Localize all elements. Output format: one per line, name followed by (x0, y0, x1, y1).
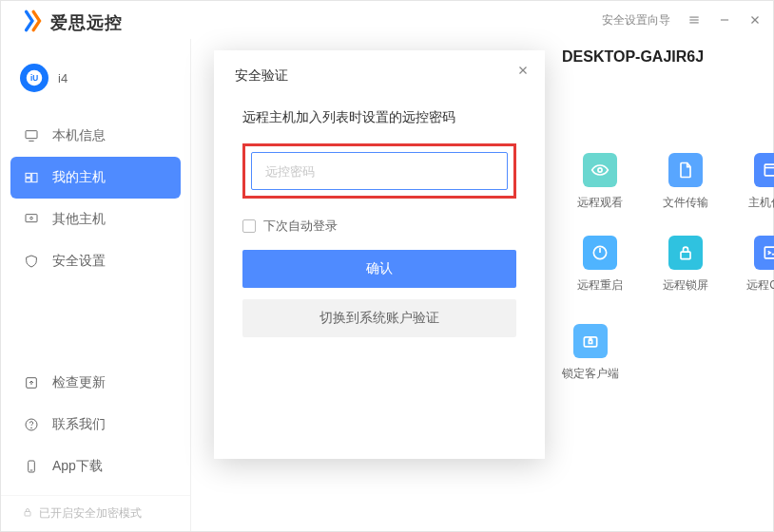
svg-rect-13 (26, 215, 37, 222)
tile-remote-cmd[interactable]: 远程CMD (733, 236, 774, 294)
tile-label: 主机信息 (748, 195, 774, 211)
modal-message: 远程主机加入列表时设置的远控密码 (242, 109, 516, 126)
help-icon (24, 417, 39, 432)
tile-file-transfer[interactable]: 文件传输 (648, 153, 724, 211)
svg-rect-12 (32, 173, 37, 181)
menu-icon[interactable] (687, 13, 701, 27)
lock-icon (22, 506, 39, 521)
account-name: i4 (58, 71, 68, 86)
window-icon (754, 153, 774, 187)
phone-icon (24, 459, 39, 474)
update-icon (24, 375, 39, 390)
bottom-nav: 检查更新 联系我们 App下载 (1, 358, 190, 495)
eye-icon (583, 153, 617, 187)
lock-client-area: 锁定客户端 (562, 324, 619, 382)
account-block[interactable]: iU i4 (1, 50, 190, 111)
svg-rect-20 (25, 512, 30, 517)
sidebar-item-update[interactable]: 检查更新 (10, 362, 181, 404)
avatar: iU (20, 64, 48, 92)
modal-title: 安全验证 (235, 67, 288, 83)
tile-host-info[interactable]: 主机信息 (733, 153, 774, 211)
sidebar-item-local-info[interactable]: 本机信息 (10, 115, 181, 157)
host-name: DESKTOP-GAJIR6J (562, 48, 704, 66)
svg-point-17 (31, 428, 32, 428)
tile-label: 远程重启 (577, 277, 623, 294)
tile-remote-view[interactable]: 远程观看 (562, 153, 638, 211)
svg-rect-30 (589, 340, 591, 343)
sidebar-item-label: 安全设置 (52, 253, 106, 270)
svg-rect-26 (681, 252, 690, 259)
sidebar-item-label: 联系我们 (52, 416, 106, 433)
modal-close-button[interactable] (516, 64, 530, 80)
footer-text: 已开启安全加密模式 (39, 505, 142, 522)
svg-rect-8 (26, 131, 37, 139)
minimize-icon[interactable] (718, 13, 731, 27)
sidebar-item-other-hosts[interactable]: 其他主机 (10, 199, 181, 240)
power-icon (583, 236, 617, 270)
tile-label: 远程锁屏 (663, 277, 708, 294)
tile-label: 锁定客户端 (562, 366, 619, 382)
brand-text: 爱思远控 (50, 11, 123, 34)
tile-remote-lock[interactable]: 远程锁屏 (648, 236, 724, 294)
file-icon (668, 153, 703, 187)
modal-body: 远程主机加入列表时设置的远控密码 下次自动登录 确认 切换到系统账户验证 (214, 94, 545, 347)
svg-rect-10 (26, 173, 30, 177)
lock-screen-icon (668, 236, 703, 270)
sidebar-item-label: 检查更新 (52, 374, 106, 391)
tile-label: 远程CMD (746, 277, 774, 294)
sidebar-item-label: App下载 (52, 458, 103, 475)
svg-point-21 (598, 168, 602, 172)
svg-text:iU: iU (30, 74, 38, 83)
auto-login-label: 下次自动登录 (263, 218, 338, 235)
svg-rect-11 (26, 179, 30, 182)
modal-header: 安全验证 (214, 50, 545, 94)
hosts-icon (24, 170, 39, 185)
sidebar-item-label: 我的主机 (52, 169, 106, 186)
password-highlight-box (242, 143, 516, 199)
app-window: 安全设置向导 爱思远控 iU i4 (0, 0, 774, 532)
sidebar-item-contact[interactable]: 联系我们 (10, 404, 181, 446)
tile-lock-client[interactable]: 锁定客户端 (562, 324, 619, 382)
brand-logo-icon (20, 9, 45, 37)
terminal-icon (754, 236, 774, 270)
sidebar: 爱思远控 iU i4 本机信息 我的主机 其他主机 (1, 39, 191, 531)
brand: 爱思远控 (1, 9, 190, 50)
other-hosts-icon (24, 212, 39, 227)
footer-note: 已开启安全加密模式 (1, 495, 190, 531)
sidebar-item-label: 本机信息 (52, 127, 106, 144)
close-icon[interactable] (748, 13, 762, 27)
lock-client-icon (573, 324, 608, 358)
password-input[interactable] (251, 152, 508, 190)
tile-label: 远程观看 (577, 195, 623, 211)
monitor-icon (24, 128, 39, 143)
svg-rect-22 (764, 164, 774, 176)
security-wizard-link[interactable]: 安全设置向导 (602, 12, 670, 28)
sidebar-item-app-download[interactable]: App下载 (10, 446, 181, 487)
sidebar-item-label: 其他主机 (52, 211, 106, 228)
security-verify-modal: 安全验证 远程主机加入列表时设置的远控密码 下次自动登录 确认 切换到系统账户验… (214, 50, 545, 459)
sidebar-item-security[interactable]: 安全设置 (10, 240, 181, 282)
action-grid: 远程观看 文件传输 主机信息 远程重启 远程锁屏 (562, 153, 774, 294)
auto-login-checkbox[interactable] (242, 219, 256, 233)
confirm-button[interactable]: 确认 (242, 250, 516, 288)
sidebar-item-my-hosts[interactable]: 我的主机 (10, 157, 181, 199)
auto-login-row[interactable]: 下次自动登录 (242, 218, 516, 235)
tile-remote-restart[interactable]: 远程重启 (562, 236, 638, 294)
shield-icon (24, 254, 39, 269)
switch-auth-button[interactable]: 切换到系统账户验证 (242, 299, 516, 337)
tile-label: 文件传输 (663, 195, 708, 211)
svg-point-14 (30, 217, 33, 219)
nav-list: 本机信息 我的主机 其他主机 安全设置 (1, 111, 190, 286)
